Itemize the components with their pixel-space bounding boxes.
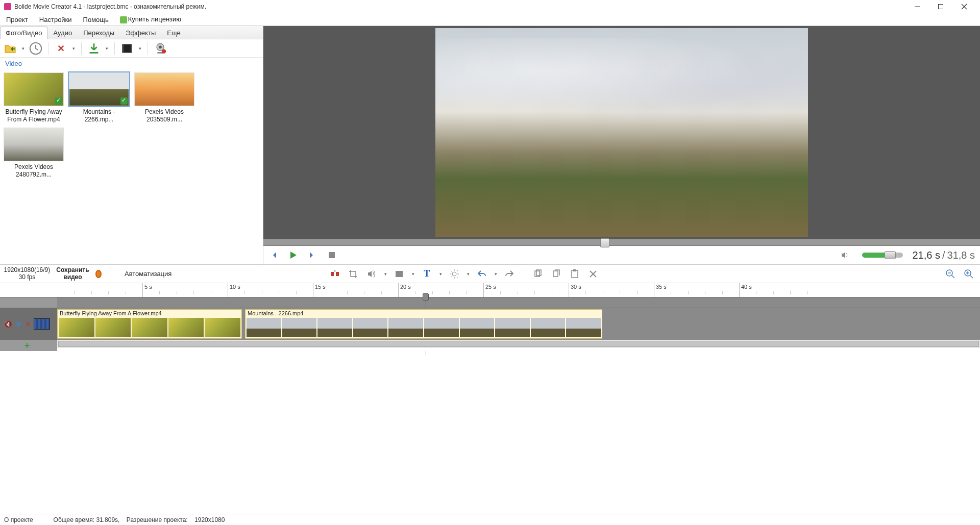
clip-menu-button[interactable] <box>392 267 406 281</box>
preview-viewport[interactable] <box>263 26 980 239</box>
tab-photo-video[interactable]: Фото/Видео <box>0 27 47 39</box>
tab-transitions[interactable]: Переходы <box>78 27 120 39</box>
ruler-tick: 5 s <box>142 283 152 297</box>
svg-rect-1 <box>939 5 943 9</box>
text-button[interactable]: T <box>420 267 434 281</box>
delete-dropdown[interactable]: ▾ <box>71 46 76 51</box>
svg-line-23 <box>451 277 452 278</box>
split-button[interactable] <box>328 267 342 281</box>
media-tabs: Фото/Видео Аудио Переходы Эффекты Еще <box>0 26 263 39</box>
ruler-tick: 15 s <box>313 283 326 297</box>
zoom-in-button[interactable] <box>962 267 976 281</box>
total-time: 31,8 s <box>947 249 975 261</box>
film-settings-dropdown[interactable]: ▾ <box>137 46 142 51</box>
timeline-clip[interactable]: Butterfly Flying Away From A Flower.mp4 <box>57 309 242 339</box>
recent-button[interactable] <box>29 41 43 56</box>
tab-audio[interactable]: Аудио <box>47 27 78 39</box>
media-section-label: Video <box>0 58 263 69</box>
media-item[interactable]: Pexels Videos 2480792.m... <box>2 128 65 180</box>
tab-more[interactable]: Еще <box>161 27 186 39</box>
ruler-tick: 30 s <box>569 283 581 297</box>
brightness-dropdown[interactable]: ▾ <box>465 271 471 277</box>
media-item[interactable]: Mountains - 2266.mp... <box>67 72 131 124</box>
add-track-button[interactable]: + <box>24 340 30 351</box>
menu-buy-license[interactable]: Купить лицензию <box>117 14 184 24</box>
play-button[interactable] <box>288 250 298 260</box>
buy-icon <box>120 16 127 23</box>
save-video-button[interactable]: Сохранить видео <box>55 267 90 280</box>
timeline: 5 s10 s15 s20 s25 s30 s35 s40 s 🔇 ⮟ ✕ Bu… <box>0 283 980 514</box>
menu-help[interactable]: Помощь <box>80 15 112 24</box>
maximize-button[interactable] <box>929 0 952 13</box>
undo-dropdown[interactable]: ▾ <box>493 271 498 277</box>
volume-slider[interactable] <box>862 253 903 258</box>
status-total-value: 31.809s, <box>96 516 119 523</box>
media-pane: Фото/Видео Аудио Переходы Эффекты Еще ▾ … <box>0 26 263 264</box>
automation-button[interactable]: Автоматизация <box>125 270 172 278</box>
volume-icon[interactable] <box>840 250 850 260</box>
menu-settings[interactable]: Настройки <box>36 15 75 24</box>
svg-line-33 <box>952 276 954 278</box>
volume-knob[interactable] <box>885 251 896 259</box>
open-folder-button[interactable] <box>3 41 17 56</box>
delete-button[interactable]: ✕ <box>54 41 68 56</box>
timeline-clip[interactable]: Mountains - 2266.mp4 <box>245 309 602 339</box>
record-icon[interactable] <box>95 270 102 278</box>
svg-point-15 <box>452 272 456 276</box>
track-delete-icon[interactable]: ✕ <box>25 320 31 328</box>
media-thumbnail[interactable] <box>4 72 64 106</box>
status-total-label: Общее время: <box>54 516 94 523</box>
minimize-button[interactable] <box>905 0 929 13</box>
audio-dropdown[interactable]: ▾ <box>383 271 388 277</box>
tab-effects[interactable]: Эффекты <box>120 27 161 39</box>
media-thumbnail[interactable] <box>69 72 129 106</box>
statusbar: О проекте Общее время: 31.809s, Разрешен… <box>0 514 980 525</box>
video-track-body[interactable]: Butterfly Flying Away From A Flower.mp4M… <box>57 308 980 340</box>
svg-rect-7 <box>131 44 132 53</box>
track-mute-icon[interactable]: 🔇 <box>4 320 12 328</box>
project-resolution: 1920x1080(16/9) <box>4 267 51 273</box>
track-collapse-icon[interactable]: ⮟ <box>15 320 22 328</box>
delete-clip-button[interactable] <box>586 267 600 281</box>
scrubber-handle[interactable] <box>600 238 609 247</box>
download-button[interactable] <box>87 41 101 56</box>
preview-scrubber[interactable] <box>263 239 980 246</box>
webcam-button[interactable] <box>153 41 167 56</box>
text-dropdown[interactable]: ▾ <box>438 271 443 277</box>
media-thumbnail[interactable] <box>4 128 64 161</box>
redo-button[interactable] <box>502 267 517 281</box>
brightness-button[interactable] <box>447 267 461 281</box>
film-settings-button[interactable] <box>120 41 134 56</box>
svg-line-22 <box>457 270 458 271</box>
status-about[interactable]: О проекте <box>4 516 33 523</box>
prev-frame-button[interactable] <box>268 250 279 260</box>
next-frame-button[interactable] <box>307 250 317 260</box>
app-icon <box>4 3 11 10</box>
audio-button[interactable] <box>364 267 379 281</box>
svg-rect-12 <box>331 272 334 276</box>
cut-button[interactable] <box>549 267 564 281</box>
clip-menu-dropdown[interactable]: ▾ <box>410 271 415 277</box>
media-item[interactable]: Pexels Videos 2035509.m... <box>133 72 196 124</box>
timeline-ruler[interactable]: 5 s10 s15 s20 s25 s30 s35 s40 s <box>0 283 980 297</box>
check-icon <box>120 97 128 105</box>
close-button[interactable] <box>952 0 976 13</box>
zoom-out-button[interactable] <box>943 267 958 281</box>
timeline-hscrollbar[interactable] <box>58 341 979 347</box>
open-folder-dropdown[interactable]: ▾ <box>20 46 26 51</box>
download-dropdown[interactable]: ▾ <box>104 46 109 51</box>
crop-button[interactable] <box>346 267 360 281</box>
media-item[interactable]: Butterfly Flying Away From A Flower.mp4 <box>2 72 65 124</box>
svg-point-10 <box>162 49 166 53</box>
copy-button[interactable] <box>531 267 545 281</box>
status-res-value: 1920x1080 <box>194 516 225 523</box>
media-thumbnail[interactable] <box>134 72 194 106</box>
undo-button[interactable] <box>475 267 489 281</box>
media-item-label: Mountains - 2266.mp... <box>68 108 130 124</box>
svg-rect-11 <box>329 252 335 258</box>
paste-button[interactable] <box>568 267 582 281</box>
svg-line-21 <box>457 277 458 278</box>
menu-project[interactable]: Проект <box>3 15 31 24</box>
stop-button[interactable] <box>327 250 337 260</box>
clip-label: Mountains - 2266.mp4 <box>246 310 602 317</box>
